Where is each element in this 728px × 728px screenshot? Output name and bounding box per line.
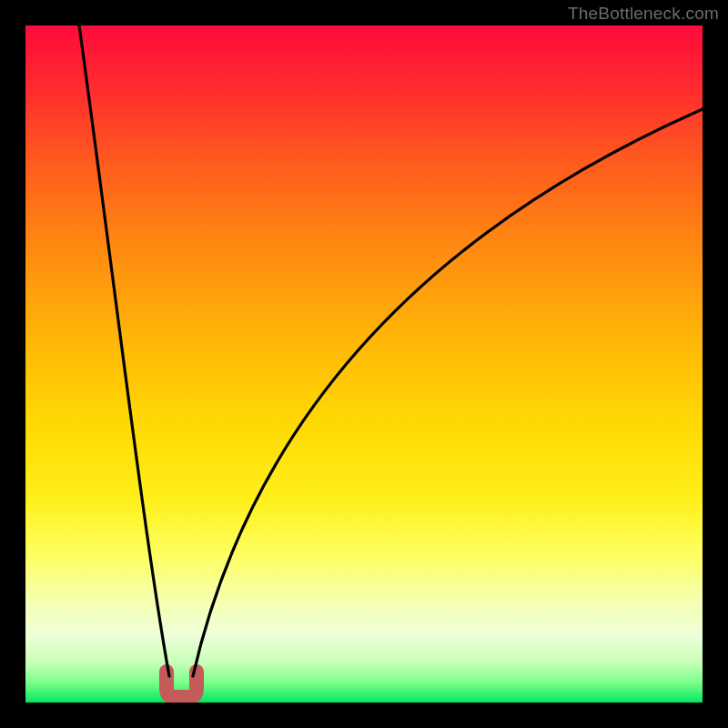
plot-area [25,25,703,703]
curve-left-branch [79,25,169,676]
bottleneck-curve-svg [25,25,703,703]
curve-right-branch [193,109,703,676]
outer-frame: TheBottleneck.com [0,0,728,728]
watermark-text: TheBottleneck.com [568,4,719,24]
